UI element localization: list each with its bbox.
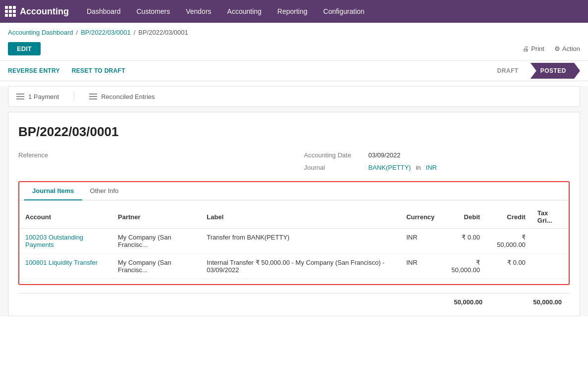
action-bar: EDIT 🖨 Print ⚙ Action bbox=[0, 42, 588, 60]
reference-field: Reference bbox=[18, 151, 284, 159]
col-account: Account bbox=[19, 205, 112, 229]
cell-account[interactable]: 100801 Liquidity Transfer bbox=[19, 254, 112, 279]
tab-content-journal-items: Account Partner Label Currency Debit Cre… bbox=[19, 200, 569, 284]
nav-menu: Dashboard Customers Vendors Accounting R… bbox=[79, 0, 373, 23]
col-currency: Currency bbox=[400, 205, 440, 229]
print-button[interactable]: 🖨 Print bbox=[523, 45, 544, 52]
nav-vendors[interactable]: Vendors bbox=[178, 0, 219, 23]
cell-tax-gri bbox=[532, 229, 569, 254]
edit-button[interactable]: EDIT bbox=[8, 42, 41, 55]
breadcrumb-sep-0: / bbox=[76, 29, 78, 36]
cell-label: Internal Transfer ₹ 50,000.00 - My Compa… bbox=[201, 254, 400, 279]
status-posted: POSTED bbox=[531, 63, 580, 79]
print-label: Print bbox=[531, 45, 544, 52]
cell-account[interactable]: 100203 Outstanding Payments bbox=[19, 229, 112, 254]
breadcrumb-link-1[interactable]: BP/2022/03/0001 bbox=[81, 29, 130, 36]
breadcrumb-link-0[interactable]: Accounting Dashboard bbox=[8, 29, 73, 36]
journal-in: in bbox=[416, 164, 421, 171]
tabs-header: Journal Items Other Info bbox=[19, 182, 569, 200]
status-links: REVERSE ENTRY RESET TO DRAFT bbox=[8, 67, 125, 74]
accounting-date-field: Accounting Date 03/09/2022 bbox=[304, 151, 570, 159]
status-draft: DRAFT bbox=[489, 63, 530, 79]
reconciled-item[interactable]: Reconciled Entries bbox=[89, 93, 155, 100]
payment-info-divider bbox=[74, 92, 74, 101]
form-card: BP/2022/03/0001 Reference Accounting Dat… bbox=[8, 112, 580, 316]
status-indicators: DRAFT POSTED bbox=[489, 63, 580, 79]
form-title: BP/2022/03/0001 bbox=[18, 124, 570, 140]
navbar: Accounting Dashboard Customers Vendors A… bbox=[0, 0, 588, 23]
cell-tax-gri bbox=[532, 254, 569, 279]
accounting-date-value: 03/09/2022 bbox=[369, 151, 401, 159]
reference-label: Reference bbox=[18, 151, 78, 159]
col-label: Label bbox=[201, 205, 400, 229]
journal-label: Journal bbox=[304, 164, 364, 171]
col-tax-gri: Tax Gri... bbox=[532, 205, 569, 229]
payment-count-item[interactable]: 1 Payment bbox=[16, 93, 59, 100]
brand-name: Accounting bbox=[20, 6, 69, 17]
total-credit: 50,000.00 bbox=[512, 298, 562, 306]
table-row: 100801 Liquidity Transfer My Company (Sa… bbox=[19, 254, 569, 279]
journal-value[interactable]: BANK(PETTY) bbox=[369, 164, 411, 171]
reset-to-draft-link[interactable]: RESET TO DRAFT bbox=[72, 67, 125, 74]
col-debit: Debit bbox=[440, 205, 486, 229]
table-row: 100203 Outstanding Payments My Company (… bbox=[19, 229, 569, 254]
toolbar-right: 🖨 Print ⚙ Action bbox=[523, 45, 580, 52]
action-label: Action bbox=[562, 45, 580, 52]
tab-journal-items[interactable]: Journal Items bbox=[24, 182, 82, 200]
tabs-container: Journal Items Other Info Account Partner… bbox=[18, 181, 570, 285]
status-bar: REVERSE ENTRY RESET TO DRAFT DRAFT POSTE… bbox=[0, 60, 588, 81]
total-debit: 50,000.00 bbox=[433, 298, 482, 306]
journal-field: Journal BANK(PETTY) in INR bbox=[304, 164, 570, 171]
nav-reporting[interactable]: Reporting bbox=[269, 0, 316, 23]
cell-currency: INR bbox=[400, 229, 440, 254]
reverse-entry-link[interactable]: REVERSE ENTRY bbox=[8, 67, 60, 74]
grid-icon bbox=[5, 6, 16, 17]
accounting-date-label: Accounting Date bbox=[304, 151, 364, 159]
breadcrumb-current: BP/2022/03/0001 bbox=[138, 29, 188, 36]
reconciled-label: Reconciled Entries bbox=[101, 93, 155, 100]
reconciled-icon bbox=[89, 94, 97, 99]
nav-dashboard[interactable]: Dashboard bbox=[79, 0, 129, 23]
journal-items-table: Account Partner Label Currency Debit Cre… bbox=[19, 205, 569, 279]
journal-currency[interactable]: INR bbox=[426, 164, 437, 171]
breadcrumb-sep-1: / bbox=[134, 29, 136, 36]
cell-partner: My Company (San Francisc... bbox=[112, 229, 201, 254]
cell-credit: ₹ 50,000.00 bbox=[486, 229, 532, 254]
totals-row: 50,000.00 50,000.00 bbox=[18, 293, 570, 311]
cell-label: Transfer from BANK(PETTY) bbox=[201, 229, 400, 254]
tab-other-info[interactable]: Other Info bbox=[82, 182, 127, 200]
cell-credit: ₹ 0.00 bbox=[486, 254, 532, 279]
col-credit: Credit bbox=[486, 205, 532, 229]
payments-icon bbox=[16, 94, 24, 99]
payment-info-bar: 1 Payment Reconciled Entries bbox=[8, 86, 580, 107]
cell-debit: ₹ 0.00 bbox=[440, 229, 486, 254]
cell-debit: ₹ 50,000.00 bbox=[440, 254, 486, 279]
col-partner: Partner bbox=[112, 205, 201, 229]
payment-count: 1 Payment bbox=[28, 93, 59, 100]
form-fields: Reference Accounting Date 03/09/2022 Jou… bbox=[18, 151, 570, 171]
nav-accounting[interactable]: Accounting bbox=[219, 0, 269, 23]
main-content: 1 Payment Reconciled Entries BP/2022/03/… bbox=[0, 86, 588, 316]
nav-configuration[interactable]: Configuration bbox=[316, 0, 373, 23]
cell-partner: My Company (San Francisc... bbox=[112, 254, 201, 279]
print-icon: 🖨 bbox=[523, 45, 529, 52]
nav-customers[interactable]: Customers bbox=[129, 0, 178, 23]
breadcrumb: Accounting Dashboard / BP/2022/03/0001 /… bbox=[0, 23, 588, 42]
action-button[interactable]: ⚙ Action bbox=[554, 45, 580, 52]
cell-currency: INR bbox=[400, 254, 440, 279]
brand[interactable]: Accounting bbox=[5, 6, 69, 17]
gear-icon: ⚙ bbox=[554, 45, 560, 52]
